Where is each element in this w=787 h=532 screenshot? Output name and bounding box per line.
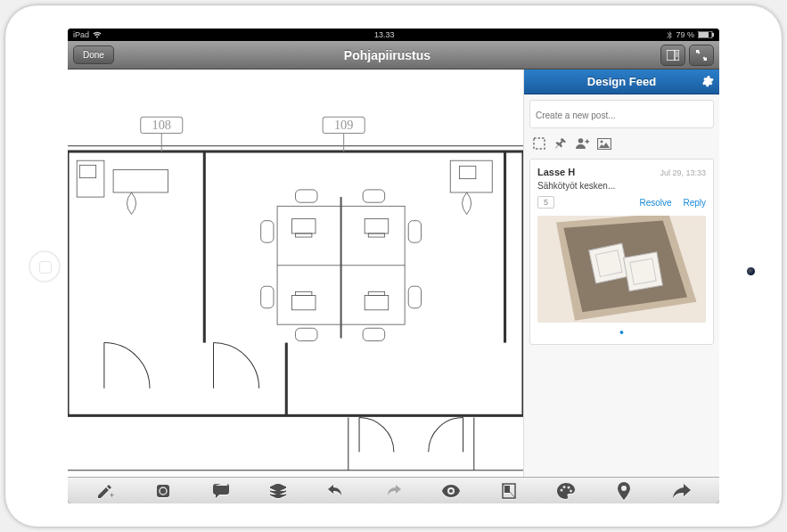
- camera: [747, 267, 755, 275]
- svg-rect-34: [408, 286, 421, 308]
- undo-icon: [328, 485, 344, 497]
- home-button[interactable]: [29, 250, 61, 282]
- svg-rect-29: [296, 328, 318, 340]
- svg-rect-27: [296, 190, 318, 202]
- svg-rect-36: [296, 233, 312, 237]
- svg-point-67: [568, 486, 570, 488]
- expand-icon: [696, 50, 707, 61]
- location-button[interactable]: [614, 482, 634, 500]
- content: 108 109 Design Feed: [68, 70, 719, 477]
- photo-thumbnail: [537, 216, 706, 323]
- svg-rect-8: [68, 151, 523, 415]
- statusbar: iPad 13.33 79 %: [68, 29, 719, 41]
- post-body: Sähkötyöt kesken...: [537, 181, 706, 191]
- select-area-button[interactable]: [533, 137, 545, 150]
- attach-image-button[interactable]: [597, 137, 610, 150]
- paper-button[interactable]: [499, 482, 519, 500]
- svg-rect-21: [77, 160, 104, 197]
- svg-point-68: [570, 489, 572, 492]
- floorplan-svg: 108 109: [68, 70, 523, 477]
- svg-rect-41: [365, 295, 389, 309]
- svg-rect-37: [365, 219, 389, 233]
- svg-rect-44: [459, 166, 475, 178]
- target-square-icon: [155, 483, 171, 499]
- resolve-link[interactable]: Resolve: [640, 198, 672, 208]
- compose-box[interactable]: [529, 100, 714, 128]
- battery-label: 79 %: [676, 30, 694, 39]
- svg-point-62: [449, 489, 453, 493]
- svg-rect-64: [504, 486, 510, 493]
- fullscreen-button[interactable]: [689, 45, 714, 66]
- wifi-icon: [93, 31, 102, 38]
- panel-toggle-button[interactable]: [660, 45, 685, 66]
- svg-point-66: [563, 486, 566, 488]
- mention-button[interactable]: [576, 137, 588, 150]
- post-attachment-image[interactable]: [537, 216, 706, 323]
- room-label-108: 108: [152, 118, 171, 132]
- feed-post: Lasse H Jul 29, 13:33 Sähkötyöt kesken..…: [529, 159, 714, 345]
- image-icon: [597, 138, 611, 150]
- svg-rect-31: [261, 221, 274, 243]
- bottom-toolbar: +: [68, 477, 719, 503]
- visibility-button[interactable]: [441, 482, 461, 500]
- compose-input[interactable]: [536, 110, 708, 120]
- screen: iPad 13.33 79 % Done Pohjapiirustus: [68, 29, 719, 503]
- pin-icon: [618, 482, 630, 500]
- object-snap-button[interactable]: [153, 482, 173, 500]
- redo-icon: [385, 485, 401, 497]
- clock-label: 13.33: [374, 30, 395, 39]
- svg-rect-33: [408, 221, 421, 243]
- svg-rect-57: [624, 252, 663, 291]
- pushpin-icon: [554, 137, 567, 150]
- floorplan-canvas[interactable]: 108 109: [68, 70, 523, 477]
- settings-button[interactable]: [701, 75, 714, 91]
- color-button[interactable]: [556, 482, 576, 500]
- undo-button[interactable]: [326, 482, 346, 500]
- design-feed-header: Design Feed: [524, 70, 719, 94]
- bluetooth-icon: [667, 31, 672, 39]
- battery-icon: [698, 31, 714, 38]
- room-label-109: 109: [334, 118, 353, 132]
- svg-rect-28: [363, 190, 385, 202]
- share-icon: [673, 484, 691, 498]
- person-add-icon: [576, 137, 590, 150]
- svg-text:+: +: [110, 491, 114, 499]
- carrier-label: iPad: [73, 30, 89, 39]
- navbar: Done Pohjapiirustus: [68, 41, 719, 70]
- pencil-add-icon: +: [96, 483, 114, 499]
- svg-rect-2: [712, 33, 714, 37]
- compose-tools: [524, 134, 719, 155]
- post-count-badge[interactable]: 5: [537, 196, 554, 209]
- palette-icon: [557, 483, 575, 499]
- post-author: Lasse H: [537, 167, 575, 177]
- svg-rect-42: [368, 291, 384, 295]
- svg-rect-48: [534, 138, 545, 149]
- svg-rect-38: [368, 233, 384, 237]
- share-button[interactable]: [672, 482, 692, 500]
- reply-link[interactable]: Reply: [683, 198, 706, 208]
- layers-button[interactable]: [268, 482, 288, 500]
- svg-rect-22: [79, 165, 95, 177]
- panel-icon: [667, 50, 679, 61]
- markup-button[interactable]: +: [95, 482, 115, 500]
- svg-point-65: [561, 488, 563, 491]
- eye-icon: [442, 485, 460, 497]
- svg-rect-1: [699, 32, 709, 37]
- done-button[interactable]: Done: [73, 45, 114, 64]
- comment-icon: [213, 484, 229, 498]
- svg-rect-43: [450, 160, 492, 192]
- svg-rect-39: [291, 295, 316, 309]
- pin-button[interactable]: [554, 137, 567, 150]
- svg-rect-3: [667, 50, 679, 61]
- svg-rect-32: [261, 286, 274, 308]
- svg-point-49: [578, 138, 584, 143]
- marquee-icon: [533, 137, 545, 150]
- design-feed-title: Design Feed: [587, 75, 656, 88]
- redo-button: [383, 482, 403, 500]
- svg-rect-35: [291, 219, 316, 233]
- svg-rect-40: [296, 291, 312, 295]
- comment-button[interactable]: [211, 482, 231, 500]
- svg-rect-60: [157, 485, 169, 497]
- gear-icon: [701, 75, 714, 88]
- pagination-dot: •: [537, 328, 706, 337]
